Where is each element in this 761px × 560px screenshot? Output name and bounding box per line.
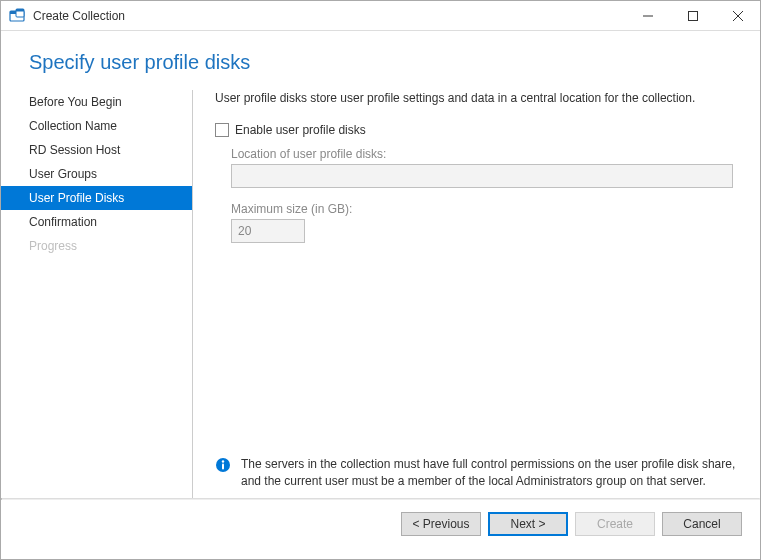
maxsize-input[interactable]	[231, 219, 305, 243]
create-button[interactable]: Create	[575, 512, 655, 536]
page-header: Specify user profile disks	[1, 31, 760, 90]
page-title: Specify user profile disks	[29, 51, 760, 74]
description-text: User profile disks store user profile se…	[215, 90, 738, 107]
close-button[interactable]	[715, 1, 760, 30]
next-button[interactable]: Next >	[488, 512, 568, 536]
content-area: Before You Begin Collection Name RD Sess…	[1, 90, 760, 498]
previous-button[interactable]: < Previous	[401, 512, 481, 536]
window-title: Create Collection	[33, 9, 625, 23]
titlebar: Create Collection	[1, 1, 760, 31]
enable-profile-disks-checkbox[interactable]	[215, 123, 229, 137]
location-input[interactable]	[231, 164, 733, 188]
main-panel: User profile disks store user profile se…	[193, 90, 760, 498]
sidebar-item-rd-session-host[interactable]: RD Session Host	[1, 138, 192, 162]
wizard-sidebar: Before You Begin Collection Name RD Sess…	[1, 90, 193, 498]
maxsize-label: Maximum size (in GB):	[231, 202, 738, 216]
sidebar-item-collection-name[interactable]: Collection Name	[1, 114, 192, 138]
enable-profile-disks-label: Enable user profile disks	[235, 123, 366, 137]
info-icon	[215, 457, 231, 476]
sidebar-item-user-groups[interactable]: User Groups	[1, 162, 192, 186]
svg-rect-3	[16, 9, 24, 12]
sidebar-item-before-you-begin[interactable]: Before You Begin	[1, 90, 192, 114]
minimize-button[interactable]	[625, 1, 670, 30]
info-row: The servers in the collection must have …	[215, 446, 738, 498]
svg-rect-5	[688, 11, 697, 20]
svg-point-9	[222, 461, 224, 463]
footer-buttons: < Previous Next > Create Cancel	[1, 500, 760, 548]
location-label: Location of user profile disks:	[231, 147, 738, 161]
sidebar-item-confirmation[interactable]: Confirmation	[1, 210, 192, 234]
sidebar-item-progress: Progress	[1, 234, 192, 258]
cancel-button[interactable]: Cancel	[662, 512, 742, 536]
window-controls	[625, 1, 760, 30]
maximize-button[interactable]	[670, 1, 715, 30]
app-icon	[9, 8, 25, 24]
sidebar-item-user-profile-disks[interactable]: User Profile Disks	[1, 186, 192, 210]
svg-rect-10	[222, 464, 224, 470]
info-text: The servers in the collection must have …	[241, 456, 738, 490]
enable-profile-disks-checkbox-row[interactable]: Enable user profile disks	[215, 123, 738, 137]
